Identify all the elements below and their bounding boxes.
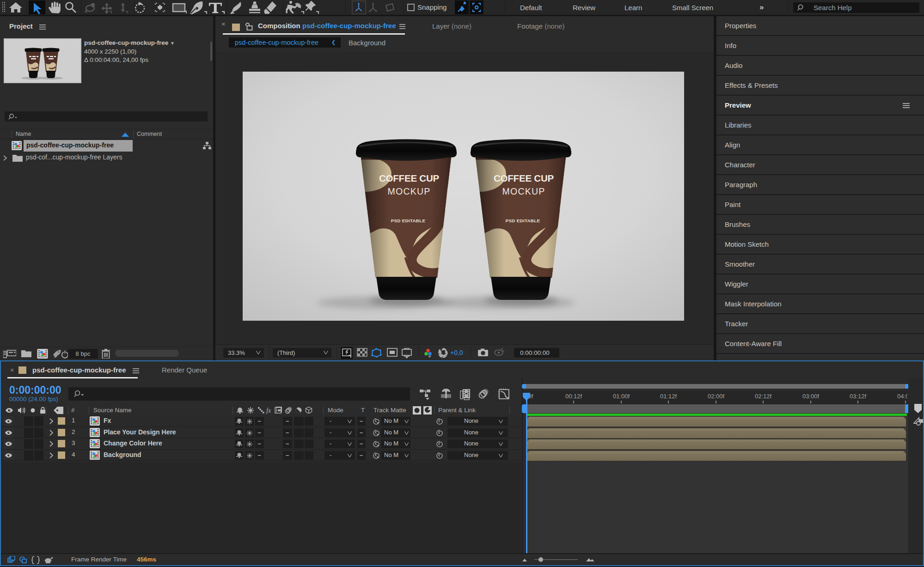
svg-text:fx: fx: [266, 407, 271, 414]
svg-text:Snapping: Snapping: [417, 3, 447, 11]
